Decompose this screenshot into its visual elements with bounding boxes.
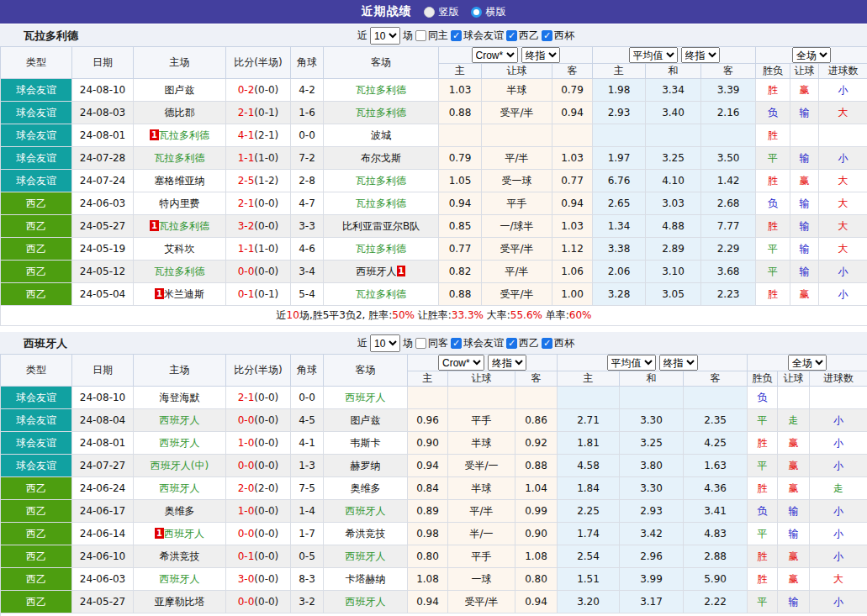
period-select[interactable]: 全场 [788,355,827,371]
radio-horizontal-layout[interactable]: 横版 [471,5,506,19]
match-date: 24-06-10 [72,545,134,568]
halftime-score: (0-0) [254,573,278,585]
crow-odds-home: 0.80 [408,545,448,568]
avg-odds-draw: 3.42 [620,523,684,545]
away-team-cell: 瓦拉多利德 [324,102,439,124]
odds-source-select[interactable]: Crow* [438,355,484,371]
avg-odds-draw [620,387,684,409]
handicap-result-cell: 输 [778,591,810,613]
odds-time-select[interactable]: 终指 [521,47,560,63]
team-name-text: 瓦拉多利德 [356,197,406,209]
league-filter-copa[interactable]: ✓ 西杯 [542,336,574,350]
home-team-cell: 德比郡 [134,102,226,124]
result-cell: 平 [756,147,790,170]
corner-score: 7-5 [291,477,324,500]
league-filter-copa[interactable]: ✓ 西杯 [542,29,574,43]
halftime-score: (0-0) [254,414,278,426]
handicap-result-cell [778,387,810,409]
avg-odds-draw: 3.03 [646,192,701,215]
avg-odds-home: 1.51 [558,568,620,591]
avg-source-select[interactable]: 平均值 [629,47,678,63]
summary-part: 让胜率: [415,309,452,321]
fulltime-score: 2-1 [238,197,255,209]
crow-odds-handicap: 平手 [448,545,515,568]
league-filter-friendly[interactable]: ✓ 球会友谊 [451,29,504,43]
match-date: 24-08-03 [72,102,134,124]
same-venue-checkbox[interactable]: 同客 [415,336,448,350]
radio-unselected-icon[interactable] [424,7,435,18]
team-name-text: 西班牙人 [346,596,386,608]
crow-odds-handicap: 半/一 [448,523,515,545]
fulltime-score: 0-1 [238,550,255,562]
crow-odds-away: 0.88 [515,455,558,477]
crow-odds-away: 0.94 [552,192,593,215]
radio-selected-icon[interactable] [471,7,482,18]
crow-odds-handicap: 受平/半 [482,283,552,306]
col-crow-handicap: 让球 [448,371,515,387]
match-date: 24-07-24 [72,170,134,192]
crow-odds-handicap: 受平/半 [482,102,552,124]
radio-vertical-layout[interactable]: 竖版 [424,5,459,19]
odds-source-select[interactable]: Crow* [472,47,518,63]
result-cell: 胜 [756,170,790,192]
checkbox-icon[interactable]: ✓ [451,30,462,41]
avg-odds-home: 6.76 [593,170,646,192]
match-row: 球会友谊24-08-01西班牙人1-0(0-0)4-1韦斯卡0.90半球0.92… [1,432,867,455]
crow-odds-home: 0.84 [408,477,448,500]
avg-source-select[interactable]: 平均值 [607,355,656,371]
checkbox-icon[interactable]: ✓ [506,30,517,41]
home-team-cell: 希洪竞技 [134,545,226,568]
checkbox-icon[interactable] [415,338,426,349]
avg-time-select[interactable]: 终指 [659,355,698,371]
league-filter-friendly[interactable]: ✓ 球会友谊 [451,336,504,350]
goals-result-cell: 走 [810,477,867,500]
crow-odds-handicap: 受平/半 [448,591,515,613]
goals-result-cell: 小 [810,545,867,568]
col-score: 比分(半场) [226,47,291,79]
checkbox-icon[interactable] [415,30,426,41]
team-name-text: 图卢兹 [165,84,195,96]
crow-odds-away: 1.04 [515,477,558,500]
match-row: 西乙24-05-271瓦拉多利德3-2(0-0)3-3比利亚雷亚尔B队0.85一… [1,215,867,238]
col-crow-away: 客 [552,64,593,79]
avg-odds-away: 3.39 [701,79,756,102]
team-name: 瓦拉多利德 [24,29,78,44]
match-date: 24-07-28 [72,147,134,170]
checkbox-icon[interactable]: ✓ [542,30,552,41]
filter-bar: 近 10 场 同主 ✓ 球会友谊 ✓ 西乙 ✓ 西杯 [357,26,574,45]
avg-odds-draw: 2.89 [646,238,701,261]
match-date: 24-05-27 [72,591,134,613]
team-name-text: 卡塔赫纳 [346,573,386,585]
match-count-select[interactable]: 10 [370,27,400,45]
match-row: 西乙24-05-12瓦拉多利德0-0(0-0)3-4西班牙人10.82平/半1.… [1,261,867,283]
checkbox-icon[interactable]: ✓ [451,338,462,349]
same-venue-checkbox[interactable]: 同主 [415,29,448,43]
crow-odds-home: 0.77 [439,238,482,261]
checkbox-icon[interactable]: ✓ [506,338,517,349]
league-filter-segunda[interactable]: ✓ 西乙 [506,29,539,43]
team-name-text: 西班牙人(中) [151,460,209,471]
halftime-score: (0-0) [254,220,278,232]
fulltime-score: 0-0 [238,266,255,277]
score-cell: 2-1(0-0) [226,387,291,409]
fulltime-score: 1-1 [238,243,255,255]
checkbox-icon[interactable]: ✓ [542,338,552,349]
league-filter-segunda[interactable]: ✓ 西乙 [506,336,539,350]
red-card-icon: 1 [150,129,159,140]
section-header: 瓦拉多利德 近 10 场 同主 ✓ 球会友谊 ✓ 西乙 ✓ 西杯 [0,24,867,46]
col-goals: 进球数 [810,371,867,387]
match-row: 西乙24-06-03特内里费2-1(0-0)4-7瓦拉多利德0.94平手0.94… [1,192,867,215]
period-select[interactable]: 全场 [792,47,831,63]
score-cell: 1-1(1-0) [226,147,291,170]
goals-result-cell: 大 [819,215,867,238]
match-count-select[interactable]: 10 [370,334,400,352]
match-row: 球会友谊24-08-04西班牙人0-0(0-0)4-5图卢兹0.96平手0.86… [1,409,867,432]
avg-time-select[interactable]: 终指 [681,47,720,63]
team-name-text: 奥维多 [165,505,195,517]
corner-score: 3-4 [291,261,324,283]
match-row: 球会友谊24-07-24塞格维亚纳2-5(1-2)2-8瓦拉多利德1.05受一球… [1,170,867,192]
home-team-cell: 西班牙人 [134,477,226,500]
away-team-cell: 韦斯卡 [324,432,408,455]
crow-odds-handicap [482,124,552,147]
odds-time-select[interactable]: 终指 [488,355,526,371]
